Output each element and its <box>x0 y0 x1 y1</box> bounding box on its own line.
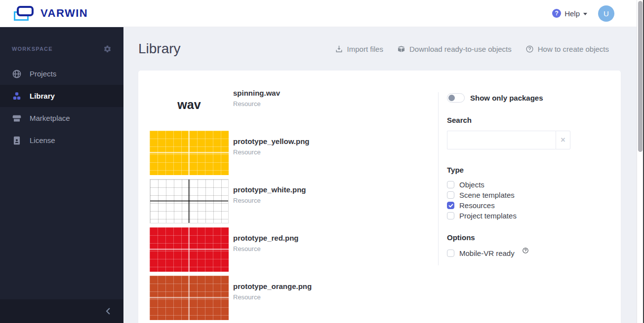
checkbox-unchecked-icon[interactable] <box>447 250 454 257</box>
toolbar-button-label: Import files <box>347 45 383 53</box>
sidebar-item-label: Projects <box>30 70 56 78</box>
sidebar-item-label: Library <box>30 92 55 100</box>
resource-row[interactable]: prototype_yellow.pngResource <box>150 131 426 175</box>
library-card: wavspinning.wavResourceprototype_yellow.… <box>138 71 621 323</box>
checkbox-label: Resources <box>459 201 495 210</box>
type-options: ObjectsScene templatesResourcesProject t… <box>447 179 609 221</box>
type-section-label: Type <box>447 166 609 174</box>
search-input[interactable] <box>447 131 556 149</box>
question-circle-icon[interactable] <box>522 247 529 254</box>
sidebar-footer <box>0 299 123 323</box>
resource-thumbnail-filetype: wav <box>150 82 229 127</box>
help-label: Help <box>564 9 580 18</box>
sidebar: WORKSPACE ProjectsLibraryMarketplaceLice… <box>0 27 123 323</box>
resource-type-label: Resource <box>233 148 309 156</box>
import-icon <box>335 45 343 53</box>
workspace-section-label: WORKSPACE <box>12 46 53 52</box>
avatar[interactable]: U <box>598 5 614 22</box>
sidebar-nav: ProjectsLibraryMarketplaceLicense <box>0 63 123 151</box>
toolbar: Import filesDownload ready-to-use object… <box>335 45 609 53</box>
download-ready-to-use-objects-button[interactable]: Download ready-to-use objects <box>397 45 512 53</box>
brand-name: VARWIN <box>40 7 88 20</box>
varwin-logo-icon <box>14 5 36 22</box>
checkbox-unchecked-icon[interactable] <box>447 191 454 199</box>
checkbox-label: Scene templates <box>459 191 515 199</box>
resource-type-label: Resource <box>233 100 280 108</box>
package-icon <box>397 45 405 53</box>
globe-icon <box>12 69 22 79</box>
resource-name: spinning.wav <box>233 89 280 97</box>
page-title: Library <box>138 41 181 57</box>
options-section-label: Options <box>447 233 609 242</box>
sidebar-item-projects[interactable]: Projects <box>0 63 123 85</box>
option-checkbox-mobile-vr-ready[interactable]: Mobile-VR ready <box>447 248 609 258</box>
cubes-icon <box>12 91 22 101</box>
page-scrollbar <box>637 0 644 323</box>
type-checkbox-objects[interactable]: Objects <box>447 179 609 190</box>
show-only-packages-toggle[interactable] <box>447 93 465 103</box>
resource-thumbnail-grid <box>150 131 229 175</box>
resource-thumbnail-grid <box>150 179 229 223</box>
type-checkbox-scene-templates[interactable]: Scene templates <box>447 190 609 200</box>
help-menu-button[interactable]: ? Help <box>552 9 587 18</box>
top-bar: VARWIN ? Help U <box>0 0 644 27</box>
main-content: Library Import filesDownload ready-to-us… <box>123 27 644 323</box>
search-label: Search <box>447 116 609 124</box>
resource-thumbnail-grid <box>150 276 229 320</box>
toolbar-button-label: Download ready-to-use objects <box>409 45 512 53</box>
sidebar-item-library[interactable]: Library <box>0 85 123 107</box>
show-only-packages-label: Show only packages <box>470 94 543 102</box>
collapse-sidebar-chevron-left-icon[interactable] <box>104 307 113 316</box>
resource-row[interactable]: prototype_white.pngResource <box>150 179 426 223</box>
resource-row[interactable]: prototype_red.pngResource <box>150 227 426 272</box>
resource-name: prototype_red.png <box>233 234 299 242</box>
checkbox-label: Objects <box>459 180 484 189</box>
how-to-create-objects-button[interactable]: How to create objects <box>525 45 609 53</box>
search-clear-button[interactable]: × <box>556 131 570 149</box>
workspace-settings-gear-icon[interactable] <box>103 45 112 53</box>
chevron-down-icon <box>583 13 587 15</box>
resource-thumbnail-grid <box>150 227 229 272</box>
sidebar-item-license[interactable]: License <box>0 129 123 151</box>
resource-row[interactable]: wavspinning.wavResource <box>150 82 426 127</box>
resource-type-label: Resource <box>233 293 312 301</box>
resource-type-label: Resource <box>233 197 306 204</box>
close-icon: × <box>561 136 565 144</box>
resource-name: prototype_yellow.png <box>233 137 309 145</box>
toolbar-button-label: How to create objects <box>538 45 609 53</box>
checkbox-checked-icon[interactable] <box>447 202 454 209</box>
scrollbar-thumb[interactable] <box>638 1 643 152</box>
checkbox-unchecked-icon[interactable] <box>447 181 454 188</box>
resource-type-label: Resource <box>233 245 299 252</box>
brand-logo[interactable]: VARWIN <box>14 5 88 22</box>
sidebar-item-label: License <box>30 136 55 144</box>
resource-name: prototype_orange.png <box>233 282 312 290</box>
filter-panel: Show only packages Search × Type Objects… <box>438 71 621 323</box>
checkbox-label: Project templates <box>459 212 517 220</box>
import-files-button[interactable]: Import files <box>335 45 383 53</box>
type-checkbox-resources[interactable]: Resources <box>447 200 609 211</box>
checkbox-label: Mobile-VR ready <box>459 249 515 257</box>
options-list: Mobile-VR ready <box>447 248 609 258</box>
storefront-icon <box>12 113 22 123</box>
type-checkbox-project-templates[interactable]: Project templates <box>447 211 609 221</box>
id-card-icon <box>12 136 22 145</box>
help-icon: ? <box>552 9 561 18</box>
question-circle-icon <box>525 45 534 53</box>
resource-row[interactable]: prototype_orange.pngResource <box>150 276 426 320</box>
sidebar-item-label: Marketplace <box>30 114 70 122</box>
sidebar-item-marketplace[interactable]: Marketplace <box>0 107 123 129</box>
checkbox-unchecked-icon[interactable] <box>447 212 454 219</box>
resource-name: prototype_white.png <box>233 185 306 194</box>
resource-list: wavspinning.wavResourceprototype_yellow.… <box>138 71 438 323</box>
